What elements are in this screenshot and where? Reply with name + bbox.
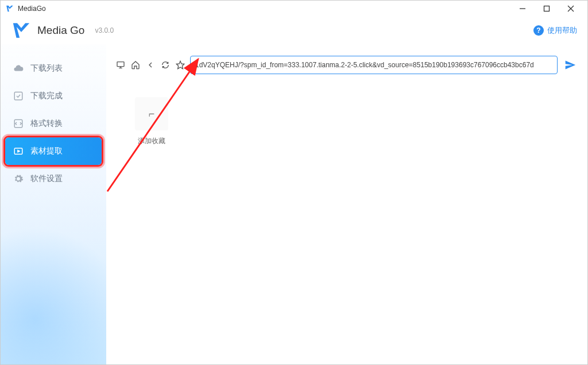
sidebar-item-download-done[interactable]: 下载完成 [1, 82, 106, 110]
add-favorite-label: 添加收藏 [129, 136, 174, 146]
sidebar-item-settings[interactable]: 软件设置 [1, 165, 106, 193]
url-input-wrap[interactable] [190, 56, 558, 74]
header: Media Go v3.0.0 ? 使用帮助 [1, 17, 587, 44]
svg-rect-8 [117, 62, 124, 67]
sidebar: 下载列表 下载完成 格式转换 素材提取 软件设置 [1, 44, 106, 365]
maximize-button[interactable] [535, 1, 559, 17]
url-input[interactable] [195, 61, 552, 69]
sidebar-item-label: 素材提取 [30, 146, 63, 156]
titlebar-title: MediaGo [18, 5, 510, 13]
sidebar-item-download-list[interactable]: 下载列表 [1, 55, 106, 82]
help-button[interactable]: ? 使用帮助 [533, 25, 577, 36]
video-extract-icon [13, 146, 24, 156]
logo-icon [11, 20, 32, 41]
sidebar-item-label: 软件设置 [30, 174, 63, 184]
go-button[interactable] [562, 57, 578, 73]
reload-icon[interactable] [160, 60, 171, 70]
star-icon[interactable] [175, 60, 185, 70]
svg-marker-7 [18, 150, 21, 153]
home-icon[interactable] [130, 60, 141, 70]
check-square-icon [13, 91, 24, 101]
desktop-icon[interactable] [115, 60, 126, 70]
url-bar [115, 56, 578, 74]
svg-marker-11 [176, 61, 184, 68]
minimize-button[interactable] [510, 1, 535, 17]
titlebar: MediaGo [1, 1, 587, 17]
svg-rect-1 [544, 6, 550, 11]
close-button[interactable] [559, 1, 583, 17]
help-icon: ? [533, 25, 544, 36]
convert-icon [13, 118, 24, 129]
version-label: v3.0.0 [95, 26, 114, 34]
url-bar-icons [115, 60, 185, 70]
help-label: 使用帮助 [547, 25, 577, 36]
svg-rect-4 [14, 92, 22, 100]
app-title: Media Go [37, 24, 84, 37]
add-favorite-icon: ⌐ [135, 97, 168, 130]
add-favorite-tile[interactable]: ⌐ 添加收藏 [129, 97, 174, 146]
sidebar-item-material-extract[interactable]: 素材提取 [5, 137, 102, 165]
sidebar-item-label: 格式转换 [30, 118, 63, 129]
gear-icon [13, 174, 24, 184]
main-panel: ⌐ 添加收藏 [106, 44, 587, 365]
back-icon[interactable] [145, 60, 156, 70]
cloud-download-icon [13, 63, 24, 74]
window-controls [510, 1, 583, 17]
sidebar-item-format-convert[interactable]: 格式转换 [1, 110, 106, 137]
sidebar-item-label: 下载完成 [30, 91, 63, 101]
app-icon [5, 4, 14, 13]
sidebar-item-label: 下载列表 [30, 63, 63, 74]
